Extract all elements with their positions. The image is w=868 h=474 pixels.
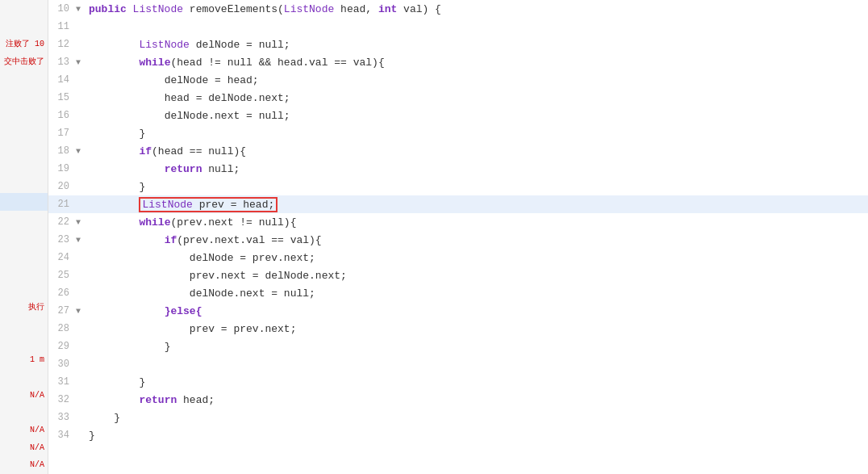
code-line-32: 32 return head; [48,391,868,409]
code-line-15: 15 head = delNode.next; [48,89,868,107]
sidebar-item-15 [0,88,48,106]
code-content-16: delNode.next = null; [87,110,868,122]
code-content-34: } [87,430,868,442]
line-number-10: 10 [52,3,76,15]
sidebar: 注败了 10 交中击败了 执行 1 m N/A N/A N/A N/A [0,0,48,474]
code-line-34: 34 } [48,426,868,444]
sidebar-label-13: 交中击败了 [4,56,44,67]
code-line-20: 20 } [48,178,868,195]
sidebar-item-26 [0,281,48,299]
code-line-17: 17 } [48,124,868,142]
code-content-12: ListNode delNode = null; [87,39,868,51]
arrow-13: ▼ [76,58,87,67]
sidebar-item-35: N/A [0,438,48,456]
code-content-26: delNode.next = null; [87,287,868,300]
code-line-28: 28 prev = prev.next; [48,320,868,338]
code-content-25: prev.next = delNode.next; [87,270,868,282]
code-content-10: public ListNode removeElements(ListNode … [87,3,868,15]
line-number-32: 32 [52,394,76,405]
code-content-17: } [87,128,868,140]
code-line-11: 11 [48,18,868,36]
code-content-27: }else{ [87,305,868,317]
code-content-14: delNode = head; [87,74,868,86]
code-line-29: 29 } [48,338,868,355]
code-line-33: 33 } [48,409,868,426]
line-number-14: 14 [52,74,76,86]
code-content-22: while(prev.next != null){ [87,216,868,229]
line-number-20: 20 [52,181,76,192]
arrow-10: ▼ [76,5,87,14]
code-content-32: return head; [87,394,868,406]
sidebar-item-12: 注败了 10 [0,35,48,52]
sidebar-item-33 [0,404,48,422]
line-number-34: 34 [52,430,76,441]
code-line-22: 22 ▼ while(prev.next != null){ [48,213,868,231]
sidebar-item-19 [0,158,48,176]
sidebar-item-13: 交中击败了 [0,52,48,70]
line-number-12: 12 [52,39,76,50]
line-number-26: 26 [52,287,76,299]
code-content-24: delNode = prev.next; [87,252,868,264]
sidebar-item-22 [0,211,48,229]
code-line-12: 12 ListNode delNode = null; [48,36,868,53]
code-line-26: 26 delNode.next = null; [48,284,868,302]
code-line-13: 13 ▼ while(head != null && head.val == v… [48,53,868,71]
highlight-box-21: ListNode prev = head; [139,197,278,212]
arrow-23: ▼ [76,236,87,245]
line-number-21: 21 [52,199,76,210]
sidebar-item-10 [0,0,48,18]
sidebar-item-23 [0,229,48,246]
line-number-27: 27 [52,305,76,317]
code-line-14: 14 delNode = head; [48,71,868,89]
code-line-25: 25 prev.next = delNode.next; [48,266,868,284]
sidebar-item-29 [0,333,48,351]
code-line-27: 27 ▼ }else{ [48,302,868,320]
line-number-16: 16 [52,110,76,121]
code-line-31: 31 } [48,373,868,391]
sidebar-label-35: N/A [30,443,44,452]
code-line-30: 30 [48,355,868,373]
code-content-15: head = delNode.next; [87,92,868,104]
sidebar-item-14 [0,70,48,88]
code-line-21: 21 ListNode prev = head; [48,195,868,213]
code-line-23: 23 ▼ if(prev.next.val == val){ [48,231,868,249]
line-number-11: 11 [52,21,76,32]
code-content-18: if(head == null){ [87,145,868,157]
sidebar-item-36: N/A [0,456,48,474]
arrow-18: ▼ [76,147,87,156]
sidebar-item-25 [0,263,48,281]
line-number-31: 31 [52,376,76,388]
code-line-16: 16 delNode.next = null; [48,107,868,124]
code-area: 10 ▼ public ListNode removeElements(List… [48,0,868,474]
sidebar-item-16 [0,105,48,123]
code-line-24: 24 delNode = prev.next; [48,249,868,266]
code-line-19: 19 return null; [48,160,868,178]
line-number-29: 29 [52,341,76,352]
sidebar-label-12: 注败了 10 [6,38,44,49]
sidebar-item-18 [0,141,48,158]
arrow-22: ▼ [76,218,87,227]
sidebar-item-28 [0,316,48,333]
line-number-23: 23 [52,234,76,245]
line-number-28: 28 [52,323,76,334]
code-content-31: } [87,376,868,388]
code-content-28: prev = prev.next; [87,323,868,335]
sidebar-label-34: N/A [30,426,44,434]
sidebar-item-30: 1 m [0,351,48,369]
line-number-15: 15 [52,92,76,103]
code-content-19: return null; [87,163,868,175]
sidebar-item-31 [0,368,48,386]
sidebar-item-11 [0,18,48,36]
arrow-27: ▼ [76,307,87,316]
line-number-19: 19 [52,163,76,174]
line-number-24: 24 [52,252,76,263]
sidebar-item-20 [0,175,48,193]
code-content-13: while(head != null && head.val == val){ [87,57,868,69]
line-number-13: 13 [52,57,76,68]
line-number-30: 30 [52,359,76,370]
line-number-17: 17 [52,128,76,139]
sidebar-item-34: N/A [0,422,48,439]
code-line-18: 18 ▼ if(head == null){ [48,142,868,160]
sidebar-item-32: N/A [0,386,48,404]
code-content-33: } [87,412,868,424]
